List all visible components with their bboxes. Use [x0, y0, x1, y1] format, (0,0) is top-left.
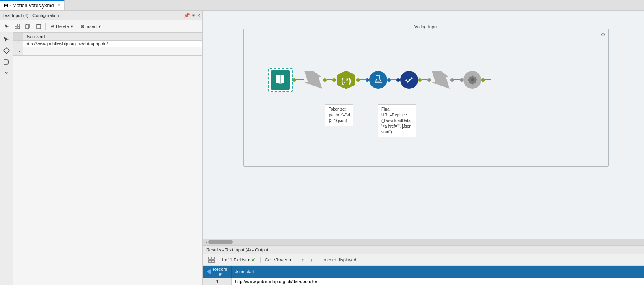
callout1-line3: {3,4}.json) — [329, 118, 350, 124]
node-text-input[interactable] — [268, 68, 293, 92]
callout-tokenize: Tokenize: (<a href="\d {3,4}.json) — [325, 104, 353, 126]
out-dot-1 — [293, 78, 296, 82]
callout1-line2: (<a href="\d — [329, 112, 350, 118]
svg-rect-6 — [26, 25, 29, 29]
tab-close-button[interactable]: × — [58, 3, 60, 8]
delete-label: Delete — [56, 24, 69, 29]
results-toolbar: 1 of 1 Fields ▼ ✔ Cell Viewer ▼ ↑ ↓ 1 re… — [203, 254, 644, 266]
config-toolbar: ⊖ Delete ▼ ⊕ Insert ▼ — [0, 20, 202, 32]
delete-dropdown-btn[interactable]: ⊖ Delete ▼ — [48, 22, 76, 30]
line-7 — [485, 79, 491, 80]
float-icon[interactable]: ⊞ — [192, 13, 196, 18]
sidebar-tag-icon[interactable] — [2, 58, 11, 66]
out-dot-7 — [481, 78, 485, 82]
flask-inner — [369, 71, 387, 89]
toolbar-copy-btn[interactable] — [24, 22, 32, 31]
out-dot-5 — [418, 78, 422, 82]
node-gear[interactable] — [463, 71, 481, 89]
callout2-line2: URL=Replace — [381, 112, 413, 118]
svg-rect-2 — [18, 24, 20, 26]
node-regex[interactable]: (.*) — [336, 70, 356, 90]
toolbar-divider-2 — [297, 257, 297, 263]
fields-label: 1 of 1 Fields — [221, 257, 246, 262]
sort-down-icon: ↓ — [310, 257, 313, 262]
gear-inner — [463, 71, 481, 89]
config-table-row: 1 http://www.publicwhip.org.uk/data/popo… — [13, 41, 202, 47]
connector-6 — [450, 78, 463, 82]
node-run-2[interactable] — [431, 70, 450, 90]
in-dot-4 — [396, 78, 400, 82]
toolbar-divider-3 — [317, 257, 317, 263]
node-checkmark[interactable] — [400, 71, 418, 89]
out-dot-4 — [387, 78, 391, 82]
line-5 — [422, 79, 427, 80]
connector-4 — [387, 78, 400, 82]
col-json-start: Json start — [232, 266, 644, 278]
canvas-area: Voting Input ⊙ — [203, 11, 644, 239]
row2-val[interactable] — [23, 47, 190, 56]
col-record: Record # — [203, 266, 232, 278]
config-content: ? Json start — 1 — [0, 32, 202, 285]
tab-mp-motion-votes[interactable]: MP Motion Votes.yxmd × — [0, 0, 65, 10]
panel-title-controls: 📌 ⊞ × — [184, 13, 200, 18]
node-run-1-wrapper — [304, 70, 323, 90]
config-col-index — [13, 33, 23, 41]
group-collapse-btn[interactable]: ⊙ — [601, 32, 605, 37]
toolbar-paste-btn[interactable] — [34, 22, 43, 31]
svg-marker-9 — [4, 37, 9, 42]
in-dot-5 — [427, 78, 431, 82]
cell-viewer-label: Cell Viewer — [265, 257, 287, 262]
insert-label: Insert — [86, 24, 97, 29]
results-grid-icon-btn[interactable] — [206, 256, 217, 264]
callout-final: Final URL=Replace ([DownloadData], '<a h… — [378, 104, 416, 137]
result-row1-val: http://www.publicwhip.org.uk/data/popolo… — [232, 278, 644, 285]
record-count-label: 1 record displayed — [320, 257, 356, 262]
left-sidebar: ? — [0, 32, 13, 285]
svg-rect-18 — [209, 257, 211, 259]
panel-title-text: Text Input (4) - Configuration — [2, 13, 182, 18]
sidebar-cursor-icon[interactable] — [2, 35, 11, 44]
toolbar-cursor-btn[interactable] — [2, 22, 11, 31]
toolbar-divider-1 — [260, 257, 261, 263]
connector-3 — [356, 78, 369, 82]
pin-icon[interactable]: 📌 — [184, 13, 190, 18]
connector-7 — [481, 78, 491, 82]
svg-rect-20 — [209, 260, 211, 263]
scrollbar-thumb[interactable] — [208, 240, 233, 244]
insert-dropdown-btn[interactable]: ⊕ Insert ▼ — [78, 22, 104, 30]
sort-down-btn[interactable]: ↓ — [308, 257, 315, 263]
sort-up-btn[interactable]: ↑ — [299, 257, 306, 263]
tab-title: MP Motion Votes.yxmd — [4, 3, 54, 9]
svg-text:(.*): (.*) — [341, 77, 351, 85]
sidebar-diamond-icon[interactable] — [2, 46, 11, 55]
cell-viewer-dropdown[interactable]: Cell Viewer ▼ — [263, 257, 294, 263]
results-title: Results - Text Input (4) - Output — [203, 246, 644, 254]
out-dot-2 — [323, 78, 327, 82]
result-row1-num: 1 — [203, 278, 232, 285]
node-run-1[interactable] — [304, 70, 323, 90]
row1-val[interactable]: http://www.publicwhip.org.uk/data/popolo… — [23, 41, 190, 47]
fields-dropdown-btn[interactable]: 1 of 1 Fields ▼ ✔ — [219, 256, 258, 264]
toolbar-grid-btn[interactable] — [13, 22, 22, 31]
scroll-left-btn[interactable]: ‹ — [205, 240, 208, 244]
callout2-line3: ([DownloadData], — [381, 118, 413, 124]
line-6 — [454, 79, 460, 80]
svg-rect-21 — [212, 260, 214, 263]
row1-num: 1 — [13, 41, 23, 47]
svg-rect-4 — [18, 27, 20, 29]
node-flask[interactable] — [369, 71, 387, 89]
results-table-row-1: 1 http://www.publicwhip.org.uk/data/popo… — [203, 278, 644, 285]
svg-marker-16 — [432, 71, 450, 89]
line-1 — [296, 79, 304, 80]
panel-close-icon[interactable]: × — [197, 13, 200, 18]
out-dot-6 — [450, 78, 454, 82]
in-dot-3 — [366, 78, 369, 82]
voting-input-group: Voting Input ⊙ — [243, 29, 609, 167]
sidebar-question-icon[interactable]: ? — [2, 69, 11, 78]
callout1-line1: Tokenize: — [329, 107, 350, 112]
line-2 — [327, 79, 332, 80]
canvas-scrollbar[interactable]: ‹ — [203, 239, 644, 245]
callout2-line1: Final — [381, 107, 413, 112]
connector-5 — [418, 78, 431, 82]
config-table: Json start — 1 http://www.publicwhip.org… — [13, 32, 202, 56]
